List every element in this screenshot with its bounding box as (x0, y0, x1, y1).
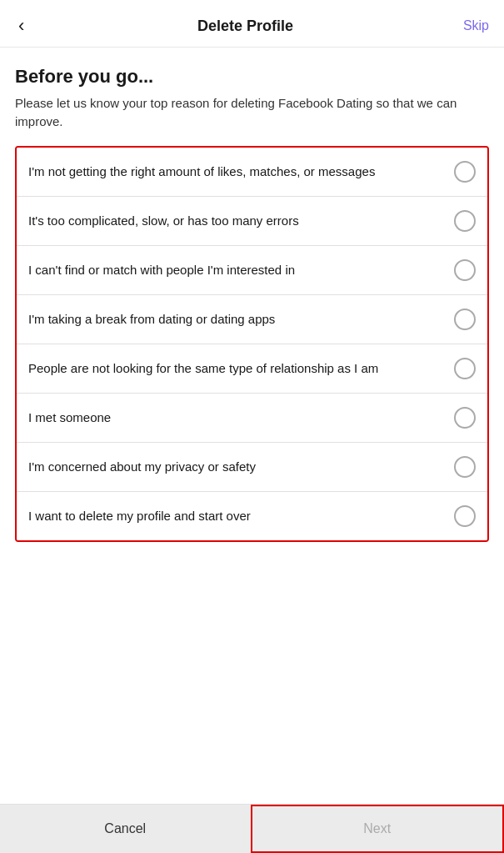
radio-button[interactable] (454, 456, 476, 478)
options-list: I'm not getting the right amount of like… (15, 146, 489, 542)
header: ‹ Delete Profile Skip (0, 0, 504, 48)
option-label: I'm concerned about my privacy or safety (28, 458, 454, 475)
bottom-bar: Cancel Next (0, 804, 504, 853)
page-title: Delete Profile (197, 18, 293, 35)
option-label: I'm not getting the right amount of like… (28, 163, 454, 180)
radio-button[interactable] (454, 161, 476, 183)
section-heading: Before you go... (15, 66, 489, 88)
radio-button[interactable] (454, 259, 476, 281)
radio-button[interactable] (454, 407, 476, 429)
list-item[interactable]: I want to delete my profile and start ov… (17, 492, 487, 540)
radio-button[interactable] (454, 210, 476, 232)
option-label: People are not looking for the same type… (28, 359, 454, 377)
list-item[interactable]: I'm not getting the right amount of like… (17, 148, 487, 197)
radio-button[interactable] (454, 358, 476, 379)
main-content: Before you go... Please let us know your… (0, 48, 504, 542)
back-button[interactable]: ‹ (15, 13, 27, 38)
list-item[interactable]: I'm taking a break from dating or dating… (17, 295, 487, 344)
option-label: I'm taking a break from dating or dating… (28, 310, 454, 328)
option-label: It's too complicated, slow, or has too m… (28, 212, 454, 229)
radio-button[interactable] (454, 505, 476, 527)
radio-button[interactable] (454, 309, 476, 330)
cancel-button[interactable]: Cancel (0, 805, 251, 853)
list-item[interactable]: People are not looking for the same type… (17, 344, 487, 394)
section-subtitle: Please let us know your top reason for d… (15, 94, 489, 131)
option-label: I can't find or match with people I'm in… (28, 261, 454, 278)
skip-button[interactable]: Skip (463, 18, 489, 33)
list-item[interactable]: I can't find or match with people I'm in… (17, 246, 487, 295)
next-button[interactable]: Next (251, 805, 505, 853)
list-item[interactable]: I'm concerned about my privacy or safety (17, 443, 487, 492)
list-item[interactable]: I met someone (17, 394, 487, 443)
option-label: I met someone (28, 409, 454, 426)
list-item[interactable]: It's too complicated, slow, or has too m… (17, 197, 487, 246)
option-label: I want to delete my profile and start ov… (28, 507, 454, 524)
